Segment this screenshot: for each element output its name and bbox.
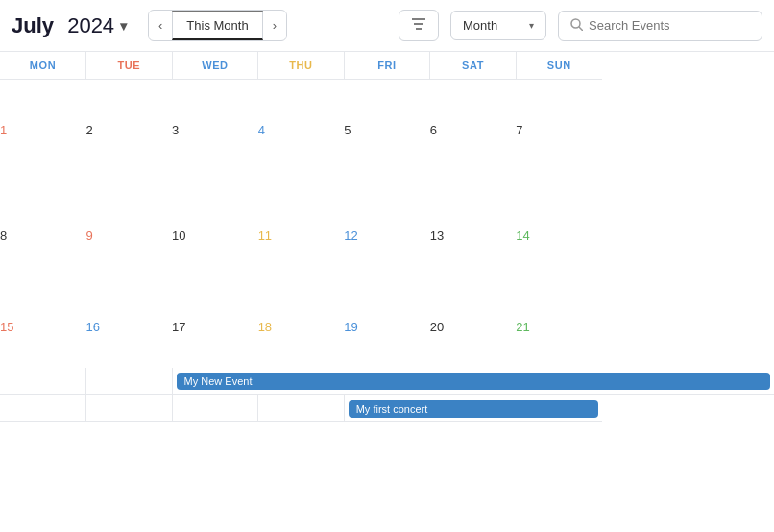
day-header-sun: SUN (516, 52, 602, 80)
day-number: 15 (0, 320, 86, 334)
day-header-mon: MON (0, 52, 86, 80)
search-icon (570, 18, 583, 34)
day-number: 13 (430, 229, 517, 243)
event-empty-cell (172, 395, 258, 422)
view-select[interactable]: Month ▾ (450, 11, 546, 40)
calendar-day[interactable]: 17 (172, 291, 258, 368)
day-number: 10 (172, 229, 258, 243)
day-number: 3 (172, 123, 258, 137)
month-title: July 2024 ▾ (12, 13, 136, 38)
calendar-day[interactable]: 3 (172, 80, 258, 185)
event-row-week-3-row-2: My first concert (0, 395, 774, 422)
calendar-day[interactable]: 8 (0, 185, 86, 291)
event-bar[interactable]: My first concert (349, 400, 598, 418)
calendar-day[interactable]: 11 (258, 185, 345, 291)
week-row-3: 15161718192021 (0, 291, 774, 368)
calendar-day[interactable]: 4 (258, 80, 345, 185)
month-dropdown-icon[interactable]: ▾ (120, 18, 127, 34)
filter-icon (411, 17, 426, 34)
svg-line-4 (579, 27, 582, 30)
event-cell: My first concert (344, 395, 602, 422)
filter-button[interactable] (399, 10, 439, 41)
event-empty-cell (86, 395, 173, 422)
event-empty-cell (86, 368, 173, 395)
calendar-day[interactable]: 10 (172, 185, 258, 291)
event-row-week-3-row-1: My New Event (0, 368, 774, 395)
day-number: 11 (258, 229, 345, 243)
event-empty-cell (0, 395, 86, 422)
day-number: 2 (86, 123, 173, 137)
event-bar[interactable]: My New Event (177, 373, 770, 390)
day-number: 6 (430, 123, 517, 137)
calendar-day[interactable]: 16 (86, 291, 173, 368)
day-number: 21 (516, 320, 602, 334)
svg-point-3 (571, 19, 580, 28)
day-header-wed: WED (172, 52, 258, 80)
nav-group: ‹ This Month › (148, 10, 287, 41)
view-label: Month (463, 18, 497, 33)
day-number: 20 (430, 320, 517, 334)
calendar-day[interactable]: 15 (0, 291, 86, 368)
calendar-day[interactable]: 14 (516, 185, 602, 291)
calendar-day[interactable]: 19 (344, 291, 430, 368)
day-number: 12 (344, 229, 430, 243)
event-empty-cell (258, 395, 345, 422)
calendar-day[interactable]: 20 (430, 291, 517, 368)
calendar-day[interactable]: 9 (86, 185, 173, 291)
calendar-header: July 2024 ▾ ‹ This Month › Month ▾ (0, 0, 774, 52)
calendar-wrapper: MONTUEWEDTHUFRISATSUN 123456789101112131… (0, 52, 774, 422)
calendar-day[interactable]: 18 (258, 291, 345, 368)
month-label: July (12, 13, 54, 38)
calendar-grid: MONTUEWEDTHUFRISATSUN 123456789101112131… (0, 52, 774, 422)
day-number: 7 (516, 123, 602, 137)
day-number: 8 (0, 229, 86, 243)
day-number: 1 (0, 123, 86, 137)
year-label: 2024 (67, 13, 114, 38)
day-number: 19 (344, 320, 430, 334)
day-number: 16 (86, 320, 173, 334)
day-number: 4 (258, 123, 345, 137)
day-number: 5 (344, 123, 430, 137)
search-input[interactable] (589, 18, 750, 33)
day-number: 17 (172, 320, 258, 334)
day-number: 9 (86, 229, 173, 243)
calendar-day[interactable]: 21 (516, 291, 602, 368)
day-header-fri: FRI (344, 52, 430, 80)
day-header-sat: SAT (430, 52, 517, 80)
day-number: 14 (516, 229, 602, 243)
day-number: 18 (258, 320, 345, 334)
prev-button[interactable]: ‹ (149, 12, 172, 38)
next-button[interactable]: › (263, 12, 286, 38)
day-header-thu: THU (258, 52, 345, 80)
calendar-day[interactable]: 13 (430, 185, 517, 291)
calendar-day[interactable]: 12 (344, 185, 430, 291)
day-header-tue: TUE (86, 52, 173, 80)
view-chevron-icon: ▾ (529, 20, 534, 31)
calendar-day[interactable]: 6 (430, 80, 517, 185)
calendar-day[interactable]: 5 (344, 80, 430, 185)
search-box (558, 11, 762, 41)
calendar-day[interactable]: 2 (86, 80, 173, 185)
days-header-row: MONTUEWEDTHUFRISATSUN (0, 52, 774, 80)
week-row-1: 1234567 (0, 80, 774, 185)
this-month-button[interactable]: This Month (172, 11, 262, 40)
calendar-day[interactable]: 1 (0, 80, 86, 185)
event-empty-cell (0, 368, 86, 395)
event-cell: My New Event (172, 368, 774, 395)
week-row-2: 891011121314 (0, 185, 774, 291)
calendar-day[interactable]: 7 (516, 80, 602, 185)
